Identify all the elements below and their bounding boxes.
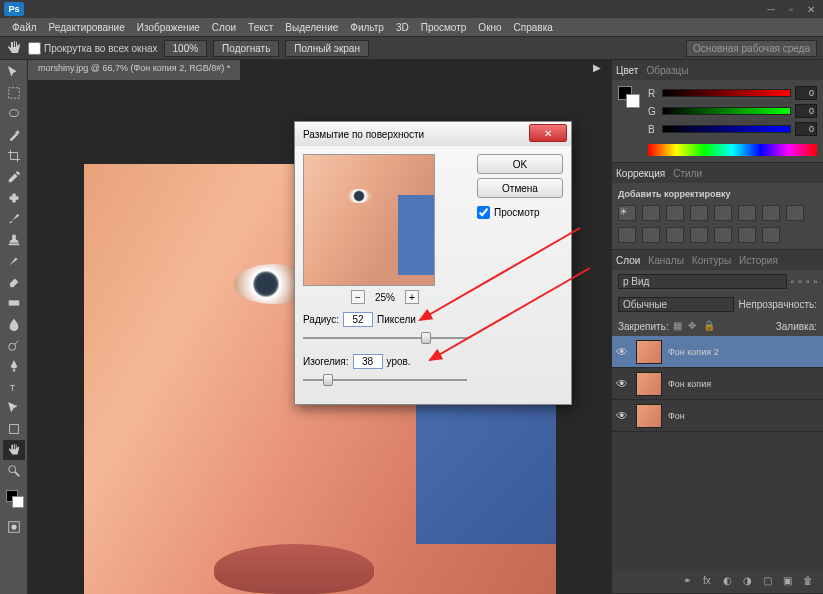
type-tool[interactable]: T (3, 377, 25, 397)
link-layers-icon[interactable]: ⚭ (683, 575, 697, 589)
b-value[interactable]: 0 (795, 122, 817, 136)
tab-paths[interactable]: Контуры (692, 255, 731, 266)
layer-row[interactable]: 👁 Фон копия (612, 368, 823, 400)
fit-screen-button[interactable]: Подогнать (213, 40, 279, 57)
filter-icon[interactable]: ▫ (806, 276, 810, 287)
visibility-icon[interactable]: 👁 (616, 345, 630, 359)
zoom-tool[interactable] (3, 461, 25, 481)
minimize-button[interactable]: ─ (763, 3, 779, 15)
g-slider[interactable] (662, 107, 791, 115)
scroll-all-checkbox[interactable]: Прокрутка во всех окнах (28, 42, 158, 55)
play-icon[interactable]: ▶ (593, 62, 607, 76)
zoom-100-button[interactable]: 100% (164, 40, 208, 57)
adj-selective-icon[interactable] (762, 227, 780, 243)
radius-slider[interactable] (303, 330, 467, 346)
filter-icon[interactable]: ▫ (813, 276, 817, 287)
layer-row[interactable]: 👁 Фон копия 2 (612, 336, 823, 368)
b-slider[interactable] (662, 125, 791, 133)
tab-styles[interactable]: Стили (673, 168, 702, 179)
spectrum-bar[interactable] (648, 144, 817, 156)
restore-button[interactable]: ▫ (783, 3, 799, 15)
tab-swatches[interactable]: Образцы (646, 65, 688, 76)
history-brush-tool[interactable] (3, 251, 25, 271)
gradient-tool[interactable] (3, 293, 25, 313)
menu-text[interactable]: Текст (242, 20, 279, 35)
hand-tool[interactable] (3, 440, 25, 460)
lasso-tool[interactable] (3, 104, 25, 124)
path-tool[interactable] (3, 398, 25, 418)
dialog-close-button[interactable]: ✕ (529, 124, 567, 142)
eyedropper-tool[interactable] (3, 167, 25, 187)
tab-history[interactable]: История (739, 255, 778, 266)
heal-tool[interactable] (3, 188, 25, 208)
menu-select[interactable]: Выделение (279, 20, 344, 35)
fg-bg-swatch[interactable] (618, 86, 642, 110)
adj-brightness-icon[interactable]: ☀ (618, 205, 636, 221)
crop-tool[interactable] (3, 146, 25, 166)
filter-icon[interactable]: ▫ (791, 276, 795, 287)
adj-bw-icon[interactable] (762, 205, 780, 221)
eraser-tool[interactable] (3, 272, 25, 292)
adj-threshold-icon[interactable] (714, 227, 732, 243)
menu-filter[interactable]: Фильтр (344, 20, 390, 35)
adj-vibrance-icon[interactable] (714, 205, 732, 221)
adj-poster-icon[interactable] (690, 227, 708, 243)
layer-row[interactable]: 👁 Фон (612, 400, 823, 432)
filter-icon[interactable]: ▫ (798, 276, 802, 287)
radius-input[interactable] (343, 312, 373, 327)
shape-tool[interactable] (3, 419, 25, 439)
menu-help[interactable]: Справка (508, 20, 559, 35)
menu-file[interactable]: Файл (6, 20, 43, 35)
menu-layer[interactable]: Слои (206, 20, 242, 35)
tab-channels[interactable]: Каналы (648, 255, 684, 266)
adjustment-layer-icon[interactable]: ◑ (743, 575, 757, 589)
lock-pixels-icon[interactable]: ▦ (673, 320, 685, 332)
threshold-input[interactable] (353, 354, 383, 369)
layer-kind-filter[interactable]: р Вид (618, 274, 787, 289)
menu-edit[interactable]: Редактирование (43, 20, 131, 35)
adj-invert-icon[interactable] (666, 227, 684, 243)
adj-lookup-icon[interactable] (642, 227, 660, 243)
wand-tool[interactable] (3, 125, 25, 145)
mask-icon[interactable]: ◐ (723, 575, 737, 589)
zoom-out-button[interactable]: − (351, 290, 365, 304)
blend-mode-select[interactable]: Обычные (618, 297, 734, 312)
dodge-tool[interactable] (3, 335, 25, 355)
document-tab[interactable]: morshiny.jpg @ 66,7% (Фон копия 2, RGB/8… (28, 60, 241, 80)
tab-color[interactable]: Цвет (616, 65, 638, 76)
trash-icon[interactable]: 🗑 (803, 575, 817, 589)
menu-view[interactable]: Просмотр (415, 20, 473, 35)
ok-button[interactable]: OK (477, 154, 563, 174)
quick-mask-tool[interactable] (3, 517, 25, 537)
adj-curves-icon[interactable] (666, 205, 684, 221)
group-icon[interactable]: ▢ (763, 575, 777, 589)
fill-screen-button[interactable]: Полный экран (285, 40, 369, 57)
visibility-icon[interactable]: 👁 (616, 377, 630, 391)
menu-image[interactable]: Изображение (131, 20, 206, 35)
lock-position-icon[interactable]: ✥ (688, 320, 700, 332)
r-value[interactable]: 0 (795, 86, 817, 100)
workspace-selector[interactable]: Основная рабочая среда (686, 40, 817, 57)
brush-tool[interactable] (3, 209, 25, 229)
pen-tool[interactable] (3, 356, 25, 376)
marquee-tool[interactable] (3, 83, 25, 103)
color-swatches[interactable] (3, 486, 25, 516)
adj-mixer-icon[interactable] (618, 227, 636, 243)
preview-checkbox[interactable]: Просмотр (477, 206, 563, 219)
g-value[interactable]: 0 (795, 104, 817, 118)
tab-adjustments[interactable]: Коррекция (616, 168, 665, 179)
menu-window[interactable]: Окно (472, 20, 507, 35)
blur-tool[interactable] (3, 314, 25, 334)
move-tool[interactable] (3, 62, 25, 82)
cancel-button[interactable]: Отмена (477, 178, 563, 198)
new-layer-icon[interactable]: ▣ (783, 575, 797, 589)
adj-exposure-icon[interactable] (690, 205, 708, 221)
r-slider[interactable] (662, 89, 791, 97)
stamp-tool[interactable] (3, 230, 25, 250)
adj-levels-icon[interactable] (642, 205, 660, 221)
preview-thumbnail[interactable] (303, 154, 435, 286)
close-window-button[interactable]: ✕ (803, 3, 819, 15)
adj-gradient-icon[interactable] (738, 227, 756, 243)
adj-photo-icon[interactable] (786, 205, 804, 221)
visibility-icon[interactable]: 👁 (616, 409, 630, 423)
